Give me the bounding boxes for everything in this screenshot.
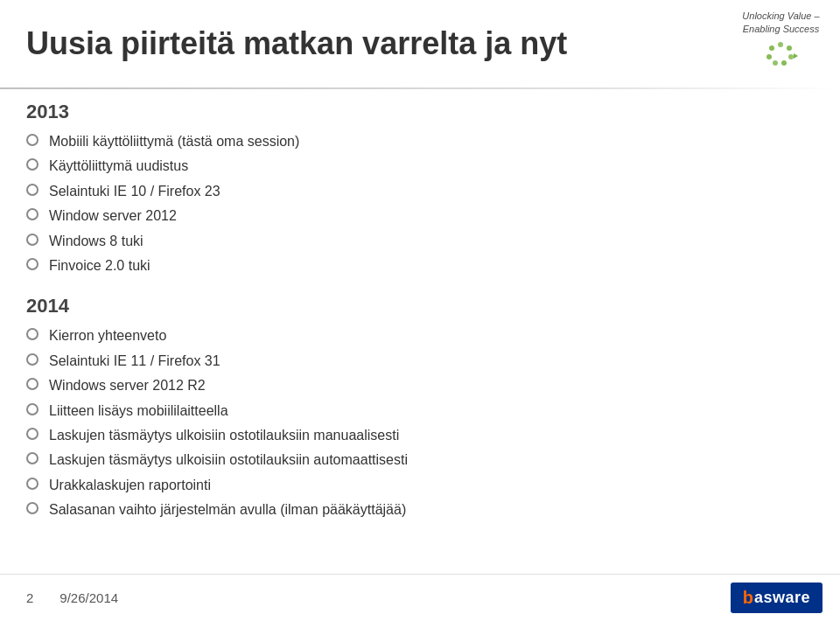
basware-logo-text: asware: [754, 589, 810, 607]
svg-point-0: [769, 45, 774, 51]
bullet-text: Finvoice 2.0 tuki: [49, 256, 150, 276]
list-item: Selaintuki IE 11 / Firefox 31: [26, 352, 814, 371]
bullet-dot: [26, 502, 38, 514]
year-2014-label: 2014: [26, 295, 814, 317]
bullet-dot: [26, 378, 38, 390]
list-item: Windows server 2012 R2: [26, 376, 814, 395]
bullets-2013: Mobiili käyttöliittymä (tästä oma sessio…: [26, 132, 814, 276]
bullet-dot: [26, 452, 38, 464]
list-item: Kierron yhteenveto: [26, 326, 814, 345]
list-item: Windows 8 tuki: [26, 232, 814, 251]
main-title-area: Uusia piirteitä matkan varrelta ja nyt: [26, 24, 700, 62]
bullet-text: Selaintuki IE 10 / Firefox 23: [49, 182, 220, 201]
basware-b-letter: b: [743, 588, 753, 608]
page-title: Uusia piirteitä matkan varrelta ja nyt: [26, 24, 700, 62]
bullet-text: Kierron yhteenveto: [49, 326, 166, 345]
list-item: Mobiili käyttöliittymä (tästä oma sessio…: [26, 132, 814, 151]
bullet-text: Liitteen lisäys mobiililaitteella: [49, 401, 228, 421]
branding-text: Unlocking Value – Enabling Success: [742, 10, 819, 37]
svg-point-4: [781, 60, 787, 66]
list-item: Finvoice 2.0 tuki: [26, 256, 814, 276]
slide-container: Unlocking Value – Enabling Success Uusia…: [0, 0, 840, 621]
title-divider: [0, 87, 840, 89]
branding-area: Unlocking Value – Enabling Success: [722, 0, 840, 77]
list-item: Laskujen täsmäytys ulkoisiin ostotilauks…: [26, 450, 814, 470]
bullet-dot: [26, 328, 38, 340]
bullet-dot: [26, 478, 38, 490]
bullet-text: Windows server 2012 R2: [49, 376, 206, 395]
bullet-text: Urakkalaskujen raportointi: [49, 476, 211, 495]
year-2013-label: 2013: [26, 101, 814, 123]
section-2013: 2013 Mobiili käyttöliittymä (tästä oma s…: [26, 101, 814, 276]
list-item: Salasanan vaihto järjestelmän avulla (il…: [26, 500, 814, 520]
bullet-text: Window server 2012: [49, 206, 177, 226]
bullet-dot: [26, 158, 38, 171]
list-item: Laskujen täsmäytys ulkoisiin ostotilauks…: [26, 426, 814, 445]
svg-point-5: [773, 60, 778, 66]
bullet-text: Käyttöliittymä uudistus: [49, 157, 188, 176]
svg-point-6: [766, 54, 772, 59]
footer: 2 9/26/2014 b asware: [0, 574, 840, 621]
bullet-dot: [26, 258, 38, 270]
page-number: 2: [26, 590, 33, 605]
bullet-text: Mobiili käyttöliittymä (tästä oma sessio…: [49, 132, 299, 151]
bullet-dot: [26, 184, 38, 196]
bullet-dot: [26, 234, 38, 246]
list-item: Window server 2012: [26, 206, 814, 226]
list-item: Liitteen lisäys mobiililaitteella: [26, 401, 814, 421]
bullet-dot: [26, 428, 38, 440]
bullet-dot: [26, 403, 38, 415]
bullet-text: Laskujen täsmäytys ulkoisiin ostotilauks…: [49, 450, 408, 470]
section-2014: 2014 Kierron yhteenveto Selaintuki IE 11…: [26, 295, 814, 520]
bullet-text: Selaintuki IE 11 / Firefox 31: [49, 352, 220, 371]
svg-marker-7: [794, 53, 798, 59]
bullets-2014: Kierron yhteenveto Selaintuki IE 11 / Fi…: [26, 326, 814, 520]
content-area: 2013 Mobiili käyttöliittymä (tästä oma s…: [26, 101, 814, 569]
bullet-dot: [26, 353, 38, 366]
bullet-dot: [26, 134, 38, 146]
svg-point-2: [787, 45, 792, 51]
footer-page-info: 2 9/26/2014: [26, 590, 118, 605]
list-item: Käyttöliittymä uudistus: [26, 157, 814, 176]
list-item: Urakkalaskujen raportointi: [26, 476, 814, 495]
basware-logo: b asware: [731, 583, 822, 613]
bullet-text: Windows 8 tuki: [49, 232, 144, 251]
svg-point-3: [788, 54, 794, 59]
list-item: Selaintuki IE 10 / Firefox 23: [26, 182, 814, 201]
footer-date: 9/26/2014: [60, 590, 118, 605]
bullet-text: Salasanan vaihto järjestelmän avulla (il…: [49, 500, 406, 520]
circular-arrows-icon: [765, 41, 798, 67]
branding-icon: [765, 41, 798, 67]
bullet-dot: [26, 208, 38, 220]
svg-point-1: [778, 42, 783, 47]
bullet-text: Laskujen täsmäytys ulkoisiin ostotilauks…: [49, 426, 399, 445]
